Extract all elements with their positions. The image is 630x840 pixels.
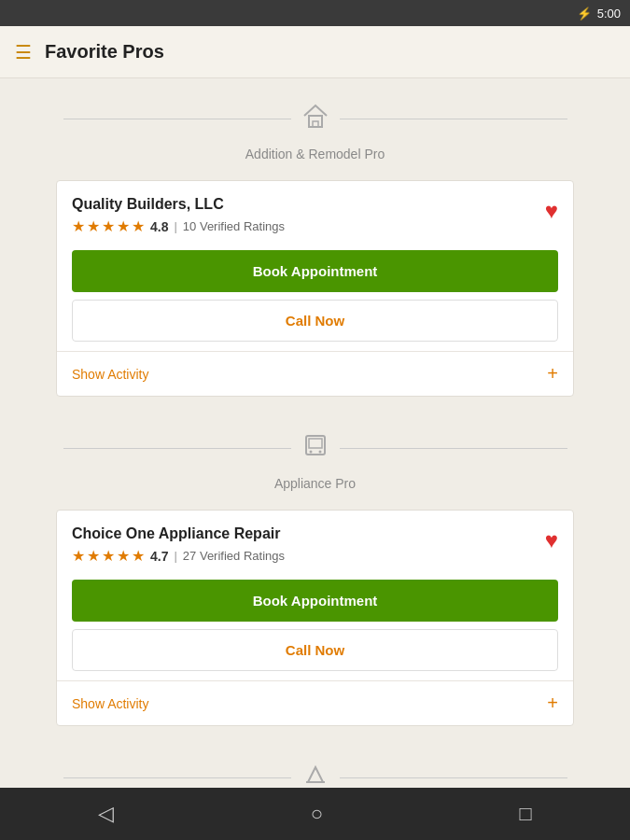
favorite-button-choice-one[interactable]: ♥ xyxy=(545,527,558,553)
divider-left xyxy=(63,448,291,449)
category-section-architect: Architect, Design & Engineering Pro xyxy=(0,737,630,788)
rating-num-choice-one: 4.7 xyxy=(150,549,168,564)
svg-point-5 xyxy=(318,451,321,454)
star-5: ★ xyxy=(132,547,145,565)
rating-row-quality-builders: ★★★★★ 4.8 | 10 Verified Ratings xyxy=(72,217,285,235)
star-5: ★ xyxy=(132,217,145,235)
rating-separator-choice-one: | xyxy=(174,549,176,563)
call-now-button-quality-builders[interactable]: Call Now xyxy=(72,300,558,342)
divider-right xyxy=(340,448,567,449)
category-section-appliance: Appliance Pro xyxy=(0,408,630,498)
bottom-nav: ◁ ○ □ xyxy=(0,788,630,840)
heart-icon-choice-one: ♥ xyxy=(545,527,558,553)
star-4: ★ xyxy=(117,547,130,565)
category-divider xyxy=(63,430,567,467)
category-icon-architect xyxy=(301,760,330,788)
show-activity-button-quality-builders[interactable]: Show Activity xyxy=(72,367,148,382)
pro-name-choice-one: Choice One Appliance Repair xyxy=(72,525,285,542)
svg-rect-3 xyxy=(309,439,322,448)
call-now-button-choice-one[interactable]: Call Now xyxy=(72,629,558,671)
star-1: ★ xyxy=(72,217,85,235)
pro-name-quality-builders: Quality Builders, LLC xyxy=(72,196,285,213)
rating-separator-quality-builders: | xyxy=(174,219,176,233)
plus-icon-quality-builders[interactable]: + xyxy=(547,363,558,385)
category-label-addition-remodel: Addition & Remodel Pro xyxy=(245,147,385,161)
star-2: ★ xyxy=(87,547,100,565)
card-info-quality-builders: Quality Builders, LLC ★★★★★ 4.8 | 10 Ver… xyxy=(72,196,285,235)
rating-num-quality-builders: 4.8 xyxy=(150,219,168,234)
divider-left xyxy=(63,119,291,119)
plus-icon-choice-one[interactable]: + xyxy=(547,693,558,714)
category-icon-appliance xyxy=(301,430,330,467)
category-section-addition-remodel: Addition & Remodel Pro xyxy=(0,78,630,169)
divider-left xyxy=(63,777,291,778)
recent-button[interactable]: □ xyxy=(519,802,531,826)
star-2: ★ xyxy=(87,217,100,235)
page-title: Favorite Pros xyxy=(45,41,164,63)
heart-icon-quality-builders: ♥ xyxy=(545,198,558,223)
pro-card-choice-one: Choice One Appliance Repair ★★★★★ 4.7 | … xyxy=(56,510,574,726)
stars-choice-one: ★★★★★ xyxy=(72,547,145,565)
category-label-appliance: Appliance Pro xyxy=(274,476,356,491)
rating-row-choice-one: ★★★★★ 4.7 | 27 Verified Ratings xyxy=(72,547,285,565)
battery-icon: ⚡ xyxy=(577,7,592,21)
back-button[interactable]: ◁ xyxy=(98,802,114,826)
book-appointment-button-choice-one[interactable]: Book Appointment xyxy=(72,580,558,622)
svg-point-4 xyxy=(309,451,312,454)
pro-card-quality-builders: Quality Builders, LLC ★★★★★ 4.8 | 10 Ver… xyxy=(56,180,574,397)
verified-text-quality-builders: 10 Verified Ratings xyxy=(183,219,285,233)
divider-right xyxy=(340,119,567,119)
nav-bar: ☰ Favorite Pros xyxy=(0,26,630,78)
book-appointment-button-quality-builders[interactable]: Book Appointment xyxy=(72,250,558,292)
card-header-quality-builders: Quality Builders, LLC ★★★★★ 4.8 | 10 Ver… xyxy=(57,181,573,245)
card-info-choice-one: Choice One Appliance Repair ★★★★★ 4.7 | … xyxy=(72,525,285,565)
favorite-button-quality-builders[interactable]: ♥ xyxy=(545,198,558,224)
show-activity-button-choice-one[interactable]: Show Activity xyxy=(72,696,148,711)
card-header-choice-one: Choice One Appliance Repair ★★★★★ 4.7 | … xyxy=(57,511,573,574)
category-divider xyxy=(63,101,567,137)
card-footer-choice-one: Show Activity + xyxy=(57,680,573,725)
card-footer-quality-builders: Show Activity + xyxy=(57,351,573,396)
star-3: ★ xyxy=(102,217,115,235)
stars-quality-builders: ★★★★★ xyxy=(72,217,145,235)
star-3: ★ xyxy=(102,547,115,565)
verified-text-choice-one: 27 Verified Ratings xyxy=(183,549,285,563)
scroll-area: Addition & Remodel Pro Quality Builders,… xyxy=(0,78,630,788)
category-divider xyxy=(63,760,567,788)
status-bar: ⚡ 5:00 xyxy=(0,0,630,26)
divider-right xyxy=(340,777,567,778)
category-icon-addition-remodel xyxy=(301,101,330,137)
star-1: ★ xyxy=(72,547,85,565)
status-time: 5:00 xyxy=(597,7,621,21)
home-button[interactable]: ○ xyxy=(311,802,323,826)
star-4: ★ xyxy=(117,217,130,235)
hamburger-icon[interactable]: ☰ xyxy=(15,41,32,63)
